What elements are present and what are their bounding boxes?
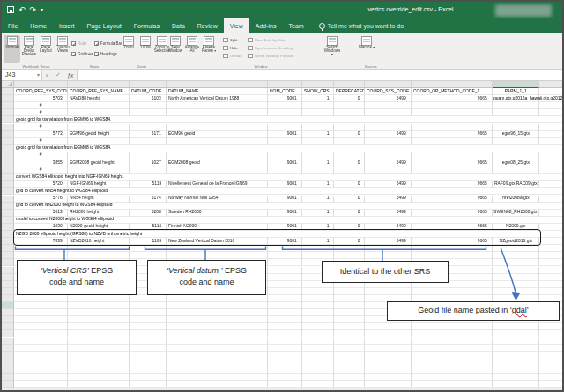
comment-cell[interactable]: convert WGS84 ellispoid height into NGF-… <box>14 174 564 181</box>
cell[interactable] <box>412 152 493 159</box>
cell[interactable] <box>302 309 334 316</box>
cell[interactable] <box>268 252 302 259</box>
header-cell[interactable]: DATUM_CODE <box>130 88 167 95</box>
cell[interactable] <box>68 352 130 359</box>
cell[interactable] <box>334 345 365 352</box>
cell[interactable]: NN54 height <box>68 196 130 203</box>
cell[interactable] <box>334 109 365 116</box>
cell[interactable] <box>268 366 302 374</box>
cell[interactable] <box>130 366 167 374</box>
cell[interactable] <box>268 309 302 316</box>
cell[interactable]: 6499 <box>365 238 412 245</box>
cell[interactable]: 6499 <box>365 159 412 166</box>
cell[interactable] <box>539 224 564 231</box>
row-header-36[interactable]: 36 <box>2 252 14 259</box>
cell[interactable] <box>539 359 564 366</box>
cell[interactable] <box>412 138 493 145</box>
header-cell[interactable]: COORD_REF_SYS_NAME <box>68 88 130 95</box>
cell[interactable]: 1169 <box>130 238 167 245</box>
cell[interactable] <box>302 302 334 309</box>
cell[interactable] <box>167 374 268 381</box>
cell[interactable]: 1 <box>302 159 334 166</box>
cell[interactable] <box>412 109 493 116</box>
cell[interactable] <box>412 352 493 359</box>
cell[interactable] <box>14 309 68 316</box>
row-header-17[interactable]: 17 <box>2 116 14 123</box>
cell[interactable] <box>334 330 365 337</box>
zoom-button[interactable]: Zoom <box>120 35 137 57</box>
cell[interactable]: # <box>14 109 68 116</box>
row-header-22[interactable]: 22 <box>2 152 14 159</box>
cell[interactable] <box>268 302 302 309</box>
cell[interactable] <box>268 316 302 323</box>
tab-insert[interactable]: Insert <box>53 18 81 33</box>
row-header-47[interactable]: 47 <box>2 330 14 337</box>
cell[interactable] <box>539 181 564 188</box>
cell[interactable] <box>68 359 130 366</box>
cell[interactable] <box>412 323 493 330</box>
row-header-41[interactable]: 41 <box>2 288 14 295</box>
cell[interactable] <box>167 359 268 366</box>
cell[interactable]: 9001 <box>268 196 302 203</box>
cell[interactable] <box>539 196 564 203</box>
comment-cell[interactable]: geoid grid for translation from EGM08 to… <box>14 145 564 152</box>
cell[interactable] <box>268 288 302 295</box>
cell[interactable] <box>493 381 539 388</box>
cell[interactable] <box>68 309 130 316</box>
cell[interactable]: 6499 <box>365 95 412 102</box>
header-cell[interactable]: SHOW_CRS <box>302 88 334 95</box>
cell[interactable] <box>268 359 302 366</box>
cell[interactable] <box>268 166 302 174</box>
freeze-panes-button[interactable]: Freeze Panes ▾ <box>200 35 217 57</box>
cell[interactable]: 0 <box>334 238 365 245</box>
cell[interactable] <box>365 381 412 388</box>
cell[interactable]: 5119 <box>130 181 167 188</box>
cell[interactable]: NGF-IGN69 height <box>68 181 130 188</box>
cell[interactable] <box>302 330 334 337</box>
cell[interactable] <box>539 131 564 138</box>
cell[interactable]: 9665 <box>412 224 493 231</box>
cell[interactable] <box>302 288 334 295</box>
cell[interactable]: EGM96 geoid height <box>68 131 130 138</box>
cell[interactable] <box>14 323 68 330</box>
cell[interactable]: 1 <box>302 238 334 245</box>
cell[interactable]: 1 <box>302 95 334 102</box>
tab-formulas[interactable]: Formulas <box>128 18 166 33</box>
cell[interactable] <box>493 124 539 131</box>
cell[interactable]: 9001 <box>268 159 302 166</box>
cell[interactable] <box>493 338 539 345</box>
cell[interactable] <box>493 102 539 109</box>
cell[interactable] <box>130 109 167 116</box>
cell[interactable] <box>412 288 493 295</box>
header-cell[interactable]: DEPRECATED <box>334 88 365 95</box>
column-header-K[interactable]: K <box>539 81 564 88</box>
cell[interactable] <box>130 330 167 337</box>
column-header-I[interactable]: I <box>412 81 493 88</box>
cell[interactable] <box>334 288 365 295</box>
cell[interactable]: NZgeoid2016.gtx <box>493 238 539 245</box>
header-cell[interactable]: COORD_SYS_CODE <box>365 88 412 95</box>
cell[interactable] <box>493 281 539 288</box>
cell[interactable] <box>302 252 334 259</box>
page-break-preview-button[interactable]: Page Break Preview <box>20 35 37 63</box>
row-header-45[interactable]: 45 <box>2 316 14 323</box>
cell[interactable] <box>539 274 564 281</box>
headings-checkbox[interactable]: ✓Headings <box>94 48 121 59</box>
cell[interactable] <box>334 366 365 374</box>
cell[interactable] <box>493 245 539 252</box>
column-header-D[interactable]: D <box>167 81 268 88</box>
cell[interactable] <box>539 338 564 345</box>
column-header-J[interactable]: J <box>493 81 539 88</box>
cell[interactable]: 0 <box>334 224 365 231</box>
cell[interactable] <box>268 138 302 145</box>
cell[interactable]: egm96_15.gtx <box>493 131 539 138</box>
cell[interactable] <box>167 352 268 359</box>
cell[interactable] <box>14 345 68 352</box>
comment-cell[interactable]: NZGD 2000 ellipsoid height (GRS80) to NZ… <box>14 231 564 238</box>
cell[interactable] <box>302 345 334 352</box>
cell[interactable] <box>493 274 539 281</box>
row-header-49[interactable]: 49 <box>2 345 14 352</box>
cell[interactable] <box>68 302 130 309</box>
row-header-50[interactable]: 50 <box>2 352 14 359</box>
row-header-31[interactable]: 31 <box>2 217 14 224</box>
